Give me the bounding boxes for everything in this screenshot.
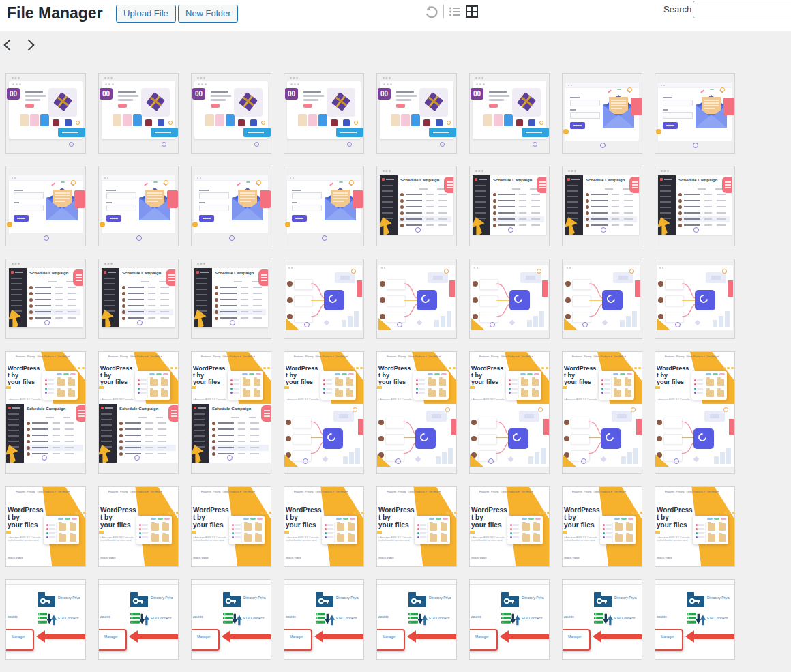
thumbnail-connector-diagram[interactable] xyxy=(562,259,642,339)
thumbnail-cpanel-files[interactable]: Directory Priva FTP Connecti counts Mana… xyxy=(376,579,457,660)
column-header-line xyxy=(156,417,163,418)
thumbnail-giftbox-page[interactable]: 00 xyxy=(5,73,86,154)
dots-icon xyxy=(446,512,449,514)
window-controls-icon xyxy=(290,83,293,85)
yellow-arrow-icon xyxy=(192,443,209,463)
thumbnail-wordpress-landing[interactable]: Features Pricing Other Products ▾ Get He… xyxy=(469,486,550,567)
thumbnail-giftbox-page[interactable]: 00 xyxy=(191,73,271,154)
card-sidebar xyxy=(44,377,55,398)
thumbnail-envelope-form[interactable] xyxy=(284,166,364,246)
thumbnail-envelope-form[interactable] xyxy=(562,73,642,154)
thumbnail-campaign-dashboard[interactable]: Schedule Campaign xyxy=(469,166,550,246)
thumbnail-giftbox-page[interactable]: 00 xyxy=(98,73,179,154)
thumbnail-campaign-dashboard[interactable]: Schedule Campaign xyxy=(191,259,271,339)
mini-gift-icon xyxy=(158,119,164,126)
thumbnail-cpanel-files[interactable]: Directory Priva FTP Connecti counts Mana… xyxy=(469,579,550,660)
thumbnail-giftbox-page[interactable]: 00 xyxy=(469,73,550,154)
form-label-line xyxy=(199,190,209,191)
thumbnail-wordpress-campaign[interactable]: FeaturesPricing Other Products ▾Get Help… xyxy=(191,351,271,474)
upload-file-button[interactable]: Upload File xyxy=(116,5,176,23)
chevron-left-icon[interactable] xyxy=(4,40,16,51)
dots-icon xyxy=(353,512,356,514)
thumbnail-wordpress-diagram[interactable]: FeaturesPricing Other Products ▾Get Help… xyxy=(562,351,642,474)
thumbnail-wordpress-landing[interactable]: Features Pricing Other Products ▾ Get He… xyxy=(191,486,271,567)
thumbnail-wordpress-diagram[interactable]: FeaturesPricing Other Products ▾Get Help… xyxy=(469,351,550,474)
purple-logo-icon xyxy=(693,428,714,449)
folder-grid-icon xyxy=(520,378,539,398)
chevron-right-icon[interactable] xyxy=(23,40,35,51)
thumbnail-wordpress-diagram[interactable]: FeaturesPricing Other Products ▾Get Help… xyxy=(655,351,735,474)
site-nav: FeaturesPricing Other Products ▾Get Help… xyxy=(572,355,642,358)
bar-chart-icon xyxy=(528,447,546,464)
thumbnail-wordpress-landing[interactable]: Features Pricing Other Products ▾ Get He… xyxy=(5,486,86,567)
thumbnail-wordpress-landing[interactable]: Features Pricing Other Products ▾ Get He… xyxy=(376,486,457,567)
table-row xyxy=(584,210,637,216)
thumbnail-wordpress-landing[interactable]: Features Pricing Other Products ▾ Get He… xyxy=(562,486,642,567)
thumbnail-envelope-form[interactable] xyxy=(655,73,735,154)
thumbnail-cpanel-files[interactable]: Directory Priva FTP Connecti counts Mana… xyxy=(655,579,735,660)
watch-video-link: Watch Video xyxy=(378,556,393,559)
spinner-icon xyxy=(304,322,310,327)
dots-icon xyxy=(630,367,633,369)
pill-row xyxy=(58,518,77,520)
window-dots-icon xyxy=(104,263,106,265)
nav-item: Pricing xyxy=(213,491,220,493)
pill-row xyxy=(520,373,539,375)
thumbnail-giftbox-page[interactable]: 00 xyxy=(284,73,364,154)
placeholder-card xyxy=(335,272,355,283)
thumbnail-cpanel-files[interactable]: Directory Priva FTP Connecti counts Mana… xyxy=(191,579,271,660)
nav-item: Features xyxy=(665,491,674,493)
thumbnail-wordpress-landing[interactable]: Features Pricing Other Products ▾ Get He… xyxy=(655,486,735,567)
thumbnail-wordpress-landing[interactable]: Features Pricing Other Products ▾ Get He… xyxy=(284,486,364,567)
nav-item: Features xyxy=(201,491,211,493)
thumbnail-cpanel-files[interactable]: Directory Priva FTP Connecti counts Mana… xyxy=(5,579,86,660)
thumbnail-cpanel-files[interactable]: Directory Priva FTP Connecti counts Mana… xyxy=(98,579,179,660)
form-input xyxy=(292,205,322,211)
diagram-section xyxy=(284,404,363,467)
form-label-line xyxy=(570,109,576,111)
thumbnail-giftbox-page[interactable]: 00 xyxy=(376,73,457,154)
thumbnail-campaign-dashboard[interactable]: Schedule Campaign xyxy=(98,259,179,339)
table-row xyxy=(677,192,730,198)
thumbnail-envelope-form[interactable] xyxy=(191,166,271,246)
table-row xyxy=(399,204,451,210)
thumbnail-wordpress-landing[interactable]: Features Pricing Other Products ▾ Get He… xyxy=(98,486,179,567)
thumbnail-campaign-dashboard[interactable]: Schedule Campaign xyxy=(5,259,86,339)
thumbnail-connector-diagram[interactable] xyxy=(284,259,364,339)
bar-chart-icon xyxy=(713,310,730,327)
list-view-icon[interactable] xyxy=(449,5,461,18)
thumbnail-campaign-dashboard[interactable]: Schedule Campaign xyxy=(562,166,642,246)
thumbnail-wordpress-diagram[interactable]: FeaturesPricing Other Products ▾Get Help… xyxy=(376,351,457,474)
nav-item: Other Products ▾ xyxy=(408,491,427,493)
envelope-icon xyxy=(696,93,727,128)
orange-ring-icon xyxy=(629,269,634,274)
campaign-table xyxy=(25,420,83,456)
accounts-label: counts xyxy=(378,615,389,619)
refresh-icon[interactable] xyxy=(424,5,438,19)
thumbnail-cpanel-files[interactable]: Directory Priva FTP Connecti counts Mana… xyxy=(562,579,642,660)
pill-row xyxy=(242,373,261,375)
purple-logo-icon xyxy=(602,290,623,310)
thumbnail-cpanel-files[interactable]: Directory Priva FTP Connecti counts Mana… xyxy=(284,579,364,660)
thumbnail-campaign-dashboard[interactable]: Schedule Campaign xyxy=(376,166,457,246)
thumbnail-wordpress-diagram[interactable]: FeaturesPricing Other Products ▾Get Help… xyxy=(284,351,364,474)
grid-view-icon[interactable] xyxy=(466,5,478,18)
thumbnail-campaign-dashboard[interactable]: Schedule Campaign xyxy=(655,166,735,246)
thumbnail-connector-diagram[interactable] xyxy=(376,259,457,339)
thumbnail-envelope-form[interactable] xyxy=(98,166,179,246)
hero-headline: WordPress t by your files xyxy=(193,506,229,529)
thumbnail-connector-diagram[interactable] xyxy=(655,259,735,339)
search-input[interactable] xyxy=(693,1,791,18)
yellow-corner xyxy=(377,454,391,467)
filemanager-card xyxy=(135,371,170,400)
file-manager-label: Manager xyxy=(290,635,303,639)
orange-ring-icon xyxy=(76,121,80,125)
spinner-icon xyxy=(440,142,445,147)
directory-privacy-label: Directory Priva xyxy=(243,596,266,600)
thumbnail-wordpress-campaign[interactable]: FeaturesPricing Other Products ▾Get Help… xyxy=(98,351,179,474)
window-controls-icon xyxy=(105,83,107,85)
new-folder-button[interactable]: New Folder xyxy=(178,5,238,23)
thumbnail-wordpress-campaign[interactable]: FeaturesPricing Other Products ▾Get Help… xyxy=(5,351,86,474)
thumbnail-connector-diagram[interactable] xyxy=(469,259,550,339)
thumbnail-envelope-form[interactable] xyxy=(5,166,86,246)
